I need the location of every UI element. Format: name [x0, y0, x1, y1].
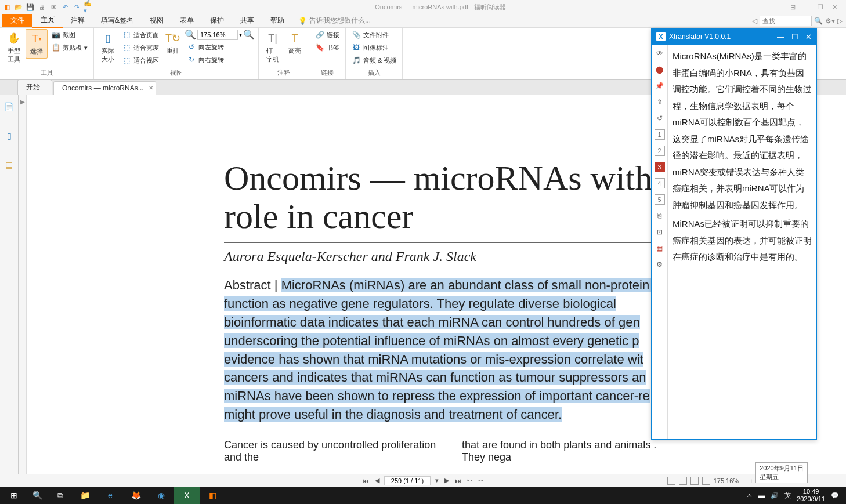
- tab-share[interactable]: 共享: [232, 14, 262, 27]
- image-annot-button[interactable]: 🖼图像标注: [349, 42, 399, 53]
- xt-tab-2[interactable]: 2: [655, 146, 665, 156]
- page-number-input[interactable]: [384, 476, 431, 485]
- link-button[interactable]: 🔗链接: [313, 29, 342, 41]
- xt-copy-icon[interactable]: ⎘: [655, 211, 665, 221]
- xtranslator-titlebar[interactable]: X Xtranslator V1.0.0.1 ― ☐ ✕: [652, 28, 816, 45]
- close-tab-icon[interactable]: ✕: [149, 85, 153, 91]
- firefox-app-icon[interactable]: 🦊: [123, 487, 149, 504]
- tab-home[interactable]: 主页: [32, 13, 63, 28]
- tab-comment[interactable]: 注释: [63, 14, 93, 27]
- comments-panel-icon[interactable]: ▤: [3, 159, 15, 171]
- new-page-icon[interactable]: 📄: [3, 101, 15, 113]
- xt-screenshot-icon[interactable]: ⊡: [655, 227, 665, 237]
- snapshot-button[interactable]: 📷截图: [49, 29, 90, 41]
- xt-tab-1[interactable]: 1: [655, 129, 665, 140]
- highlight-button[interactable]: T高亮: [284, 29, 305, 57]
- expand-sidebar-button[interactable]: ▶: [19, 95, 27, 474]
- redo-icon[interactable]: ↷: [72, 2, 81, 12]
- rotate-left-button[interactable]: ↺向左旋转: [185, 41, 255, 53]
- save-icon[interactable]: 💾: [26, 2, 35, 12]
- audio-video-button[interactable]: 🎵音频 & 视频: [349, 55, 399, 66]
- prev-page-button[interactable]: ◀: [374, 477, 381, 484]
- foxit-app-icon[interactable]: ◧: [200, 487, 225, 504]
- xtranslator-app-taskbar-icon[interactable]: X: [174, 487, 200, 504]
- xt-settings-icon[interactable]: ⚙: [655, 259, 665, 270]
- last-page-button[interactable]: ⏭: [454, 477, 462, 484]
- tellme-search[interactable]: 💡 告诉我您想做什么...: [298, 16, 371, 26]
- search-prev-icon[interactable]: ◁: [752, 17, 757, 25]
- fit-width-button[interactable]: ⬚适合宽度: [120, 42, 161, 53]
- zoom-icon[interactable]: 🔍: [185, 29, 196, 40]
- zoom-in-button[interactable]: +: [750, 477, 753, 484]
- page-dropdown-icon[interactable]: ▾: [434, 477, 440, 484]
- find-input[interactable]: [760, 16, 812, 26]
- bookmark-button[interactable]: 🔖书签: [313, 42, 342, 53]
- settings-icon[interactable]: ⚙▾: [825, 17, 835, 25]
- explorer-app-icon[interactable]: 📁: [72, 487, 97, 504]
- actual-size-button[interactable]: ▯实际 大小: [97, 29, 118, 66]
- clipboard-button[interactable]: 📋剪贴板▾: [49, 42, 90, 53]
- zoom-dropdown-icon[interactable]: ▾: [239, 31, 242, 38]
- reflow-button[interactable]: T↻重排: [162, 29, 183, 57]
- volume-icon[interactable]: 🔊: [771, 492, 779, 499]
- continuous-facing-view-button[interactable]: [702, 477, 710, 485]
- zoom-input[interactable]: [197, 30, 238, 40]
- zoom-out-button[interactable]: −: [742, 477, 746, 484]
- xt-tab-3[interactable]: 3: [655, 162, 665, 172]
- file-attachment-button[interactable]: 📎文件附件: [349, 29, 399, 41]
- stamp-icon[interactable]: ✍▾: [84, 2, 93, 12]
- doctab-start[interactable]: 开始: [17, 79, 52, 95]
- xtranslator-window[interactable]: X Xtranslator V1.0.0.1 ― ☐ ✕ 👁 ⬤ 📌 ⇪ ↺ 1…: [651, 28, 817, 440]
- tab-help[interactable]: 帮助: [262, 14, 292, 27]
- nav-forward-button[interactable]: ⤻: [477, 477, 485, 484]
- xt-close-icon[interactable]: ✕: [805, 32, 812, 41]
- next-page-button[interactable]: ▶: [443, 477, 450, 484]
- print-icon[interactable]: 🖨: [37, 2, 46, 12]
- app-icon-1[interactable]: ◉: [149, 487, 174, 504]
- xt-maximize-icon[interactable]: ☐: [791, 32, 798, 41]
- single-page-view-button[interactable]: [667, 477, 675, 485]
- search-button[interactable]: 🔍: [26, 487, 49, 504]
- search-next-icon[interactable]: ▷: [837, 17, 843, 25]
- first-page-button[interactable]: ⏮: [361, 477, 370, 484]
- tray-up-icon[interactable]: ㅅ: [746, 491, 753, 500]
- email-icon[interactable]: ✉: [49, 2, 58, 12]
- xt-pin-icon[interactable]: 📌: [655, 81, 665, 91]
- facing-view-button[interactable]: [690, 477, 699, 485]
- minimize-icon[interactable]: ―: [802, 2, 811, 12]
- xt-export-icon[interactable]: ⇪: [655, 97, 665, 107]
- nav-back-button[interactable]: ⤺: [466, 477, 473, 484]
- xt-tab-4[interactable]: 4: [655, 178, 665, 188]
- rotate-right-button[interactable]: ↻向右旋转: [185, 54, 255, 66]
- fit-visible-button[interactable]: ⬚适合视区: [120, 55, 161, 66]
- zoom-level-display[interactable]: 175.16%: [714, 477, 739, 484]
- xtranslator-output[interactable]: MicroRNAs(MiRNAs)是一类丰富的非蛋白编码的小RNA，具有负基因调…: [668, 45, 816, 439]
- xt-history-icon[interactable]: ↺: [655, 113, 665, 124]
- tab-fillsign[interactable]: 填写&签名: [93, 14, 142, 27]
- action-center-icon[interactable]: 💬: [831, 492, 839, 499]
- continuous-view-button[interactable]: [679, 477, 687, 485]
- pages-panel-icon[interactable]: ▯: [3, 130, 15, 142]
- xt-eye-icon[interactable]: 👁: [655, 48, 665, 59]
- select-tool-button[interactable]: Ꭲ▾选择: [26, 29, 48, 59]
- open-icon[interactable]: 📂: [14, 2, 23, 12]
- xt-tab-5[interactable]: 5: [655, 194, 665, 205]
- network-icon[interactable]: ▬: [758, 492, 765, 499]
- close-icon[interactable]: ✕: [830, 2, 839, 12]
- start-button[interactable]: ⊞: [2, 487, 26, 504]
- xt-toggle-icon[interactable]: ⬤: [655, 64, 665, 75]
- taskview-button[interactable]: ⧉: [49, 487, 72, 504]
- ie-app-icon[interactable]: e: [97, 487, 123, 504]
- tab-view[interactable]: 视图: [142, 14, 172, 27]
- search-icon[interactable]: 🔍: [814, 17, 823, 25]
- grid-icon[interactable]: ⊞: [788, 2, 797, 12]
- tab-form[interactable]: 表单: [172, 14, 202, 27]
- undo-icon[interactable]: ↶: [60, 2, 70, 12]
- xt-doc-icon[interactable]: ▦: [655, 243, 665, 253]
- clock[interactable]: 10:49 2020/9/11: [797, 488, 825, 503]
- xt-minimize-icon[interactable]: ―: [777, 32, 784, 41]
- fit-page-button[interactable]: ⬚适合页面: [120, 29, 161, 41]
- typewriter-button[interactable]: T|打 字机: [262, 29, 283, 66]
- hand-tool-button[interactable]: ✋手型 工具: [3, 29, 24, 66]
- doctab-document[interactable]: Oncomirs — microRNAs... ✕: [53, 81, 156, 95]
